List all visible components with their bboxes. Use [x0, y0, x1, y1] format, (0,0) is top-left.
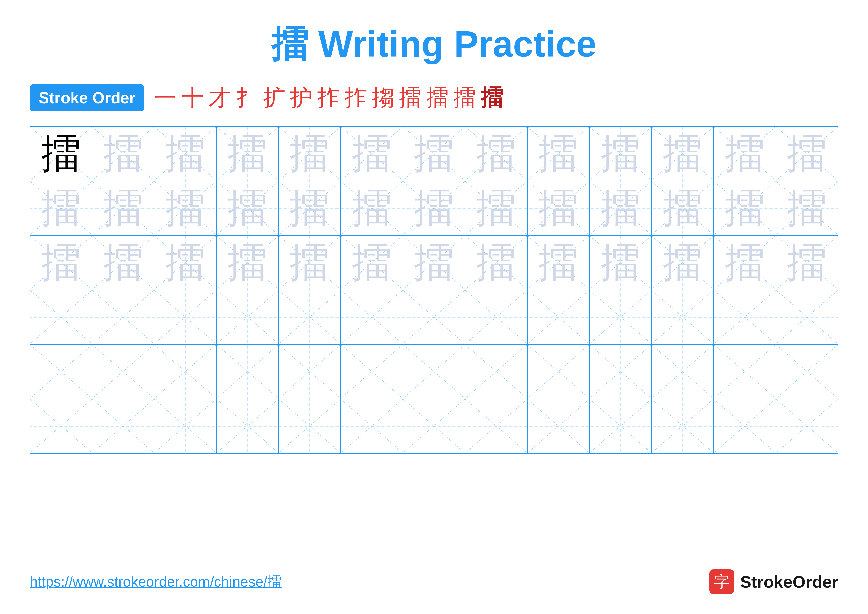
grid-cell-2-12[interactable]: 擂	[714, 181, 776, 236]
grid-cell-3-11[interactable]: 擂	[651, 236, 714, 290]
grid-cell-3-8[interactable]: 擂	[465, 236, 527, 290]
grid-cell-4-1[interactable]	[30, 290, 92, 345]
svg-line-106	[92, 345, 154, 398]
grid-cell-6-11[interactable]	[651, 399, 714, 454]
grid-cell-2-9[interactable]: 擂	[527, 181, 589, 236]
grid-cell-2-7[interactable]: 擂	[403, 181, 465, 236]
grid-cell-6-2[interactable]	[92, 399, 154, 454]
svg-line-153	[714, 399, 775, 453]
grid-cell-1-10[interactable]: 擂	[589, 127, 651, 181]
grid-cell-5-4[interactable]	[217, 345, 279, 399]
grid-cell-6-9[interactable]	[527, 399, 589, 454]
grid-cell-3-5[interactable]: 擂	[279, 236, 341, 290]
grid-cell-1-7[interactable]: 擂	[403, 127, 465, 181]
stroke-step-8: 拃	[345, 87, 367, 109]
grid-cell-4-4[interactable]	[217, 290, 279, 345]
grid-cell-2-2[interactable]: 擂	[92, 181, 154, 236]
grid-cell-6-7[interactable]	[403, 399, 465, 454]
grid-cell-2-6[interactable]: 擂	[341, 181, 403, 236]
svg-line-126	[714, 345, 775, 398]
grid-cell-4-13[interactable]	[776, 290, 838, 345]
grid-cell-6-1[interactable]	[30, 399, 92, 454]
grid-cell-5-2[interactable]	[92, 345, 154, 399]
svg-line-92	[465, 290, 527, 344]
grid-cell-3-13[interactable]: 擂	[776, 236, 838, 290]
grid-cell-1-4[interactable]: 擂	[217, 127, 279, 181]
svg-line-88	[341, 290, 403, 344]
grid-cell-2-13[interactable]: 擂	[776, 181, 838, 236]
svg-line-137	[217, 399, 278, 453]
grid-cell-5-13[interactable]	[776, 345, 838, 399]
stroke-step-2: 十	[181, 87, 204, 109]
grid-cell-4-10[interactable]	[589, 290, 651, 345]
svg-line-122	[590, 345, 651, 398]
svg-line-139	[279, 399, 341, 453]
grid-cell-4-11[interactable]	[651, 290, 714, 345]
grid-cell-5-8[interactable]	[465, 345, 527, 399]
grid-cell-4-6[interactable]	[341, 290, 403, 345]
grid-cell-1-11[interactable]: 擂	[651, 127, 714, 181]
grid-cell-5-12[interactable]	[714, 345, 776, 399]
svg-line-141	[341, 399, 403, 453]
grid-cell-4-5[interactable]	[279, 290, 341, 345]
grid-cell-4-7[interactable]	[403, 290, 465, 345]
grid-cell-6-13[interactable]	[776, 399, 838, 454]
grid-cell-3-6[interactable]: 擂	[341, 236, 403, 290]
grid-cell-5-5[interactable]	[279, 345, 341, 399]
svg-line-78	[30, 290, 92, 344]
grid-cell-5-1[interactable]	[30, 345, 92, 399]
grid-cell-4-9[interactable]	[527, 290, 589, 345]
grid-cell-6-12[interactable]	[714, 399, 776, 454]
grid-cell-1-9[interactable]: 擂	[527, 127, 589, 181]
grid-cell-1-12[interactable]: 擂	[714, 127, 776, 181]
stroke-step-10: 擂	[399, 87, 422, 109]
grid-cell-3-2[interactable]: 擂	[92, 236, 154, 290]
grid-cell-3-10[interactable]: 擂	[589, 236, 651, 290]
grid-cell-4-3[interactable]	[154, 290, 216, 345]
grid-cell-4-2[interactable]	[92, 290, 154, 345]
svg-line-114	[341, 345, 403, 398]
svg-line-104	[30, 345, 92, 398]
stroke-step-13: 擂	[481, 87, 503, 109]
grid-cell-3-1[interactable]: 擂	[30, 236, 92, 290]
grid-cell-6-8[interactable]	[465, 399, 527, 454]
grid-cell-1-3[interactable]: 擂	[154, 127, 216, 181]
grid-cell-2-3[interactable]: 擂	[154, 181, 216, 236]
footer-url[interactable]: https://www.strokeorder.com/chinese/擂	[30, 572, 282, 591]
grid-cell-3-7[interactable]: 擂	[403, 236, 465, 290]
svg-line-105	[30, 345, 92, 398]
svg-line-81	[92, 290, 154, 344]
grid-cell-5-3[interactable]	[154, 345, 216, 399]
grid-cell-3-4[interactable]: 擂	[217, 236, 279, 290]
grid-cell-1-13[interactable]: 擂	[776, 127, 838, 181]
svg-line-99	[652, 290, 713, 344]
grid-cell-5-11[interactable]	[651, 345, 714, 399]
grid-cell-6-3[interactable]	[154, 399, 216, 454]
grid-cell-2-11[interactable]: 擂	[651, 181, 714, 236]
grid-cell-3-3[interactable]: 擂	[154, 236, 216, 290]
grid-cell-2-4[interactable]: 擂	[217, 181, 279, 236]
grid-cell-5-6[interactable]	[341, 345, 403, 399]
grid-cell-2-10[interactable]: 擂	[589, 181, 651, 236]
grid-cell-6-4[interactable]	[217, 399, 279, 454]
svg-line-117	[403, 345, 465, 398]
grid-cell-2-8[interactable]: 擂	[465, 181, 527, 236]
grid-cell-5-9[interactable]	[527, 345, 589, 399]
grid-cell-4-12[interactable]	[714, 290, 776, 345]
grid-cell-1-2[interactable]: 擂	[92, 127, 154, 181]
grid-cell-1-5[interactable]: 擂	[279, 127, 341, 181]
grid-cell-2-5[interactable]: 擂	[279, 181, 341, 236]
grid-cell-5-7[interactable]	[403, 345, 465, 399]
grid-cell-1-1[interactable]: 擂	[30, 127, 92, 181]
grid-cell-3-9[interactable]: 擂	[527, 236, 589, 290]
stroke-step-5: 扩	[263, 87, 285, 109]
grid-cell-2-1[interactable]: 擂	[30, 181, 92, 236]
grid-cell-5-10[interactable]	[589, 345, 651, 399]
grid-cell-6-10[interactable]	[589, 399, 651, 454]
grid-cell-1-8[interactable]: 擂	[465, 127, 527, 181]
grid-cell-4-8[interactable]	[465, 290, 527, 345]
grid-cell-3-12[interactable]: 擂	[714, 236, 776, 290]
grid-cell-6-6[interactable]	[341, 399, 403, 454]
grid-cell-6-5[interactable]	[279, 399, 341, 454]
grid-cell-1-6[interactable]: 擂	[341, 127, 403, 181]
